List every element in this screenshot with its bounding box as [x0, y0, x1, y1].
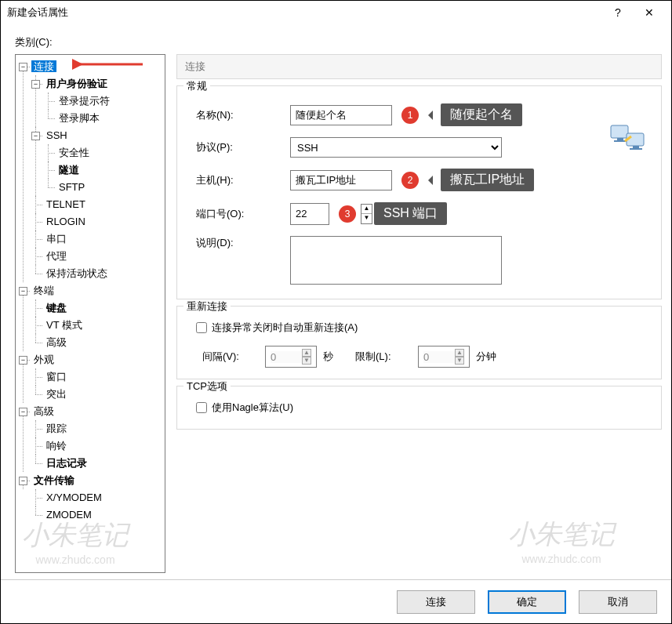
tree-sftp[interactable]: SFTP [56, 181, 87, 193]
tip-host: 搬瓦工IP地址 [441, 169, 534, 191]
tree-toggle[interactable]: − [31, 80, 40, 89]
tree-auth[interactable]: 用户身份验证 [44, 78, 110, 89]
legend-tcp: TCP选项 [183, 379, 231, 394]
tree-trace[interactable]: 跟踪 [44, 423, 69, 434]
category-tree[interactable]: −连接 −用户身份验证 登录提示符 登录脚本 −SSH 安全性 隧道 SFTP [15, 54, 165, 573]
tree-terminal[interactable]: 终端 [31, 285, 56, 296]
protocol-label: 协议(P): [196, 140, 290, 154]
close-button[interactable]: ✕ [634, 1, 665, 24]
host-label: 主机(H): [196, 173, 290, 187]
group-tcp: TCP选项 使用Nagle算法(U) [176, 386, 662, 430]
tree-toggle[interactable]: − [19, 356, 27, 365]
svg-rect-4 [627, 133, 644, 146]
tree-log[interactable]: 日志记录 [44, 457, 89, 469]
tree-xy[interactable]: X/YMODEM [44, 492, 104, 503]
desc-label: 说明(D): [196, 236, 290, 250]
panel-heading: 连接 [176, 54, 662, 79]
svg-rect-1 [611, 125, 628, 138]
name-input[interactable] [290, 105, 392, 125]
tree-ft[interactable]: 文件传输 [31, 474, 77, 486]
tree-toggle[interactable]: − [19, 287, 27, 296]
limit-spinner: ▲▼ [418, 346, 470, 368]
tree-ssh[interactable]: SSH [44, 129, 70, 141]
tree-security[interactable]: 安全性 [56, 147, 92, 158]
tree-bell[interactable]: 响铃 [44, 440, 69, 452]
connect-button[interactable]: 连接 [397, 590, 475, 614]
group-general: 常规 名称(N): 1 随便起个名 协议(P): [176, 85, 662, 299]
legend-reconnect: 重新连接 [183, 299, 231, 314]
auto-reconnect-checkbox[interactable] [196, 322, 207, 333]
tree-toggle[interactable]: − [19, 63, 27, 71]
tree-vt[interactable]: VT 模式 [44, 319, 85, 331]
category-label: 类别(C): [1, 24, 671, 54]
badge-3: 3 [339, 205, 356, 223]
group-reconnect: 重新连接 连接异常关闭时自动重新连接(A) 间隔(V): ▲▼ 秒 限制(L):… [176, 306, 662, 379]
help-button[interactable]: ? [602, 1, 634, 24]
session-icon [609, 122, 647, 156]
tip-port: SSH 端口 [374, 202, 447, 225]
tree-toggle[interactable]: − [19, 408, 27, 416]
tree-toggle[interactable]: − [19, 477, 27, 485]
nagle-label: 使用Nagle算法(U) [212, 401, 293, 415]
tip-name: 随便起个名 [441, 103, 522, 126]
tree-prompt[interactable]: 登录提示符 [56, 95, 112, 107]
tree-connection[interactable]: 连接 [31, 60, 56, 72]
tree-keyboard[interactable]: 键盘 [44, 302, 69, 314]
dialog-title: 新建会话属性 [7, 5, 602, 20]
port-input[interactable] [296, 208, 327, 219]
auto-reconnect-label: 连接异常关闭时自动重新连接(A) [212, 321, 358, 335]
tree-look[interactable]: 外观 [31, 354, 56, 365]
protocol-select[interactable]: SSH [290, 137, 502, 158]
tree-proxy[interactable]: 代理 [44, 250, 69, 262]
desc-textarea[interactable] [290, 236, 502, 285]
tree-serial[interactable]: 串口 [44, 233, 69, 245]
limit-unit: 分钟 [476, 350, 496, 364]
limit-label: 限制(L): [355, 350, 418, 364]
tree-highlight[interactable]: 突出 [44, 388, 69, 400]
badge-1: 1 [401, 107, 419, 124]
name-label: 名称(N): [196, 108, 290, 122]
tree-zm[interactable]: ZMODEM [44, 509, 94, 521]
tree-rlogin[interactable]: RLOGIN [44, 216, 88, 227]
tree-keepalive[interactable]: 保持活动状态 [44, 267, 110, 279]
cancel-button[interactable]: 取消 [579, 590, 657, 614]
tree-window[interactable]: 窗口 [44, 371, 69, 383]
interval-label: 间隔(V): [202, 350, 265, 364]
watermark: 小朱笔记 [508, 517, 615, 553]
nagle-checkbox[interactable] [196, 402, 207, 413]
tree-adv2[interactable]: 高级 [31, 405, 56, 417]
tree-tunnel[interactable]: 隧道 [56, 164, 82, 176]
port-label: 端口号(O): [196, 207, 290, 221]
tree-adv1[interactable]: 高级 [44, 336, 69, 348]
watermark-url: www.zhudc.com [22, 553, 129, 566]
svg-rect-6 [630, 148, 642, 150]
host-input[interactable] [290, 170, 392, 190]
tree-toggle[interactable]: − [31, 132, 40, 140]
port-spinner[interactable]: ▲▼ [361, 204, 372, 224]
legend-general: 常规 [183, 79, 210, 93]
watermark-url: www.zhudc.com [508, 553, 615, 565]
badge-2: 2 [401, 172, 419, 189]
interval-unit: 秒 [323, 350, 333, 364]
tree-telnet[interactable]: TELNET [44, 198, 88, 210]
svg-rect-5 [633, 146, 639, 148]
interval-spinner: ▲▼ [265, 346, 317, 368]
tree-script[interactable]: 登录脚本 [56, 112, 102, 124]
ok-button[interactable]: 确定 [488, 590, 566, 614]
svg-rect-2 [617, 138, 623, 140]
